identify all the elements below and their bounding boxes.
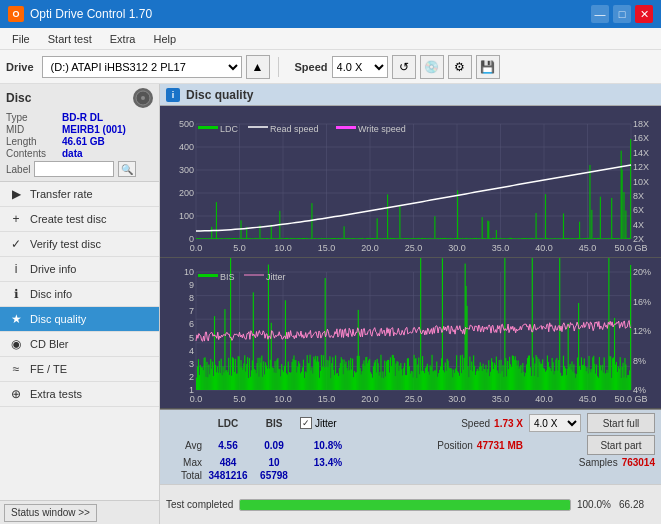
disc-quality-label: Disc quality <box>30 313 86 325</box>
samples-val: 763014 <box>622 457 655 468</box>
sidebar: Disc Type BD-R DL MID MEIRB1 (001) Lengt… <box>0 84 160 524</box>
cd-bler-label: CD Bler <box>30 338 69 350</box>
mid-key: MID <box>6 124 62 135</box>
sidebar-item-create-test-disc[interactable]: + Create test disc <box>0 207 159 232</box>
create-test-disc-icon: + <box>8 212 24 226</box>
sidebar-item-transfer-rate[interactable]: ▶ Transfer rate <box>0 182 159 207</box>
menu-bar: File Start test Extra Help <box>0 28 661 50</box>
position-label: Position <box>437 440 473 451</box>
fe-te-label: FE / TE <box>30 363 67 375</box>
settings-btn[interactable]: ⚙ <box>448 55 472 79</box>
avg-ldc: 4.56 <box>208 440 248 451</box>
speed-info: Speed 1.73 X <box>461 418 523 429</box>
fe-te-icon: ≈ <box>8 362 24 376</box>
total-label: Total <box>166 470 202 481</box>
speed-label: Speed <box>295 61 328 73</box>
refresh-button[interactable]: ↺ <box>392 55 416 79</box>
content-area: i Disc quality LDC BIS ✓ Jitter <box>160 84 661 524</box>
ldc-chart <box>160 106 661 258</box>
save-button[interactable]: 💾 <box>476 55 500 79</box>
nav-items: ▶ Transfer rate + Create test disc ✓ Ver… <box>0 182 159 500</box>
contents-val: data <box>62 148 83 159</box>
type-key: Type <box>6 112 62 123</box>
extra-val: 66.28 <box>619 499 655 510</box>
max-bis: 10 <box>254 457 294 468</box>
extra-tests-icon: ⊕ <box>8 387 24 401</box>
svg-point-1 <box>141 96 145 100</box>
avg-jitter: 10.8% <box>300 440 356 451</box>
max-jitter: 13.4% <box>300 457 356 468</box>
label-input[interactable] <box>34 161 114 177</box>
dq-title: Disc quality <box>186 88 253 102</box>
close-button[interactable]: ✕ <box>635 5 653 23</box>
progress-bar-fill <box>240 500 570 510</box>
drive-info-label: Drive info <box>30 263 76 275</box>
verify-test-disc-icon: ✓ <box>8 237 24 251</box>
stats-avg-row: Avg 4.56 0.09 10.8% Position 47731 MB St… <box>166 435 655 455</box>
bis-jitter-canvas <box>160 258 661 408</box>
max-ldc: 484 <box>208 457 248 468</box>
eject-button[interactable]: ▲ <box>246 55 270 79</box>
bottom-bar: Test completed 100.0% 66.28 <box>160 484 661 524</box>
bis-jitter-chart <box>160 258 661 409</box>
col-ldc-header: LDC <box>208 418 248 429</box>
start-full-button[interactable]: Start full <box>587 413 655 433</box>
disc-icon <box>133 88 153 108</box>
app-icon: O <box>8 6 24 22</box>
stats-total-row: Total 3481216 65798 <box>166 470 655 481</box>
title-bar: O Opti Drive Control 1.70 — □ ✕ <box>0 0 661 28</box>
menu-file[interactable]: File <box>4 31 38 47</box>
app-title: Opti Drive Control 1.70 <box>30 7 152 21</box>
sidebar-item-verify-test-disc[interactable]: ✓ Verify test disc <box>0 232 159 257</box>
position-info: Position 47731 MB <box>437 440 523 451</box>
sidebar-item-extra-tests[interactable]: ⊕ Extra tests <box>0 382 159 407</box>
cd-bler-icon: ◉ <box>8 337 24 351</box>
sidebar-item-drive-info[interactable]: i Drive info <box>0 257 159 282</box>
dq-icon: i <box>166 88 180 102</box>
status-window-button[interactable]: Status window >> <box>4 504 97 522</box>
length-val: 46.61 GB <box>62 136 105 147</box>
disc-info-icon: ℹ <box>8 287 24 301</box>
menu-extra[interactable]: Extra <box>102 31 144 47</box>
menu-start-test[interactable]: Start test <box>40 31 100 47</box>
disc-quality-icon: ★ <box>8 312 24 326</box>
length-key: Length <box>6 136 62 147</box>
speed-select-stats[interactable]: 4.0 X <box>529 414 581 432</box>
progress-percent: 100.0% <box>577 499 613 510</box>
maximize-button[interactable]: □ <box>613 5 631 23</box>
total-bis: 65798 <box>254 470 294 481</box>
sidebar-item-disc-info[interactable]: ℹ Disc info <box>0 282 159 307</box>
toolbar-separator <box>278 57 279 77</box>
stats-header-row: LDC BIS ✓ Jitter Speed 1.73 X 4.0 X Star… <box>166 413 655 433</box>
sidebar-item-fe-te[interactable]: ≈ FE / TE <box>0 357 159 382</box>
disc-info-label: Disc info <box>30 288 72 300</box>
minimize-button[interactable]: — <box>591 5 609 23</box>
drive-label: Drive <box>6 61 34 73</box>
create-test-disc-label: Create test disc <box>30 213 106 225</box>
mid-val: MEIRB1 (001) <box>62 124 126 135</box>
menu-help[interactable]: Help <box>145 31 184 47</box>
speed-select-toolbar[interactable]: 4.0 X <box>332 56 388 78</box>
drive-select[interactable]: (D:) ATAPI iHBS312 2 PL17 <box>42 56 242 78</box>
label-browse-button[interactable]: 🔍 <box>118 161 136 177</box>
charts-area <box>160 106 661 409</box>
position-val: 47731 MB <box>477 440 523 451</box>
extra-tests-label: Extra tests <box>30 388 82 400</box>
progress-bar <box>239 499 571 511</box>
avg-bis: 0.09 <box>254 440 294 451</box>
toolbar: Drive (D:) ATAPI iHBS312 2 PL17 ▲ Speed … <box>0 50 661 84</box>
jitter-label: Jitter <box>315 418 337 429</box>
samples-label: Samples <box>579 457 618 468</box>
stats-max-row: Max 484 10 13.4% Samples 763014 <box>166 457 655 468</box>
disc-btn[interactable]: 💿 <box>420 55 444 79</box>
jitter-check: ✓ Jitter <box>300 417 337 429</box>
col-bis-header: BIS <box>254 418 294 429</box>
sidebar-item-cd-bler[interactable]: ◉ CD Bler <box>0 332 159 357</box>
sidebar-item-disc-quality[interactable]: ★ Disc quality <box>0 307 159 332</box>
jitter-checkbox[interactable]: ✓ <box>300 417 312 429</box>
main-layout: Disc Type BD-R DL MID MEIRB1 (001) Lengt… <box>0 84 661 524</box>
stats-area: LDC BIS ✓ Jitter Speed 1.73 X 4.0 X Star… <box>160 409 661 484</box>
contents-key: Contents <box>6 148 62 159</box>
start-part-button[interactable]: Start part <box>587 435 655 455</box>
disc-quality-header: i Disc quality <box>160 84 661 106</box>
